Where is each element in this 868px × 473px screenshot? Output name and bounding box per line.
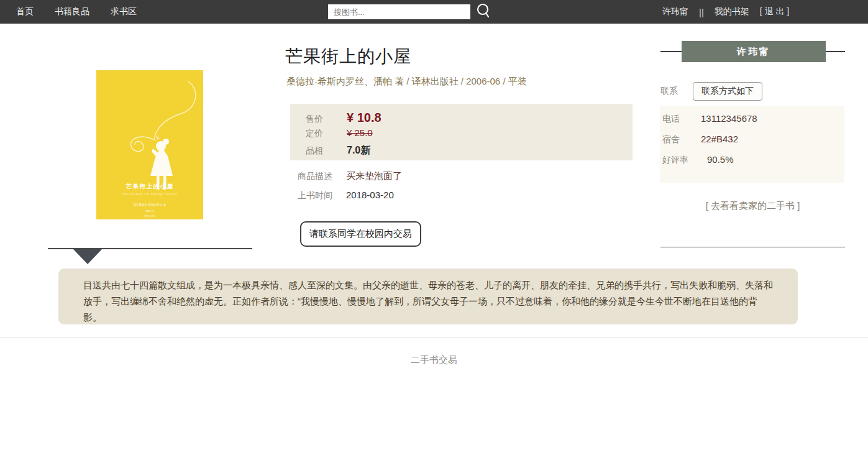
dorm-label: 宿舍	[662, 134, 701, 145]
condition-row: 品相 7.0新	[306, 144, 617, 161]
condition-value: 7.0新	[347, 144, 370, 157]
page-title: 芒果街上的小屋	[285, 45, 411, 68]
description-row: 商品描述 买来垫泡面了	[298, 170, 402, 182]
cover-publisher-line: 译林出版社	[144, 214, 157, 218]
nav-divider: ||	[699, 7, 704, 17]
nav-item-quality-books[interactable]: 书籍良品	[55, 6, 89, 17]
trade-on-campus-button[interactable]: 请联系同学在校园内交易	[300, 221, 421, 247]
phone-label: 电话	[662, 114, 701, 125]
rating-value: 90.5%	[701, 154, 734, 165]
pointer-triangle-icon	[73, 249, 102, 264]
contact-info-button[interactable]: 联系方式如下	[693, 82, 762, 101]
search-input[interactable]	[328, 4, 470, 19]
seller-name-banner: 许玮甯	[682, 41, 826, 62]
footer-divider	[0, 338, 868, 338]
dorm-row: 宿舍 22#B432	[660, 134, 844, 154]
footer-site-name: 二手书交易	[0, 354, 868, 366]
price-row: 售价 ¥ 10.8	[306, 111, 617, 127]
nav-item-home[interactable]: 首页	[16, 6, 34, 17]
nav-item-book-requests[interactable]: 求书区	[111, 6, 137, 17]
cover-background	[96, 70, 203, 219]
list-price-label: 定价	[306, 128, 347, 139]
seller-books-link[interactable]: [ 去看看卖家的二手书 ]	[660, 200, 845, 212]
contact-row: 联系 联系方式如下	[660, 82, 762, 101]
search-box	[328, 4, 470, 19]
price-value: ¥ 10.8	[347, 111, 381, 125]
contact-label: 联系	[660, 86, 678, 97]
top-navbar: 首页 书籍良品 求书区 许玮甯 || 我的书架 [ 退 出 ]	[0, 0, 868, 24]
condition-label: 品相	[306, 145, 347, 157]
nav-item-my-bookshelf[interactable]: 我的书架	[715, 6, 749, 17]
list-price-value: ¥ 25.0	[347, 127, 373, 138]
description-label: 商品描述	[298, 171, 346, 182]
nav-user-area: 许玮甯 || 我的书架 [ 退 出 ]	[662, 0, 789, 24]
nav-username[interactable]: 许玮甯	[662, 6, 688, 17]
description-value: 买来垫泡面了	[346, 170, 402, 182]
cover-subtitle: The House on Mango Street	[122, 192, 178, 196]
nav-links: 首页 书籍良品 求书区	[16, 0, 137, 24]
list-price-row: 定价 ¥ 25.0	[306, 127, 617, 144]
cover-translator-line: 潘帕 译	[145, 209, 155, 213]
page: 首页 书籍良品 求书区 许玮甯 || 我的书架 [ 退 出 ]	[0, 0, 868, 473]
phone-value: 13112345678	[701, 113, 757, 124]
seller-bottom-line	[660, 247, 845, 247]
price-panel: 售价 ¥ 10.8 定价 ¥ 25.0 品相 7.0新	[290, 104, 633, 160]
cover-title: 芒果街上的小屋	[126, 183, 174, 190]
phone-row: 电话 13112345678	[660, 113, 844, 134]
price-label: 售价	[306, 114, 347, 125]
dorm-value: 22#B432	[701, 134, 738, 144]
book-meta: 桑德拉·希斯内罗丝、潘帕 著 / 译林出版社 / 2006-06 / 平装	[286, 76, 527, 88]
search-icon[interactable]	[475, 2, 491, 20]
rating-label: 好评率	[662, 155, 701, 166]
book-cover-image: 芒果街上的小屋 The House on Mango Street [美] 桑德…	[96, 70, 203, 219]
listing-time-label: 上书时间	[298, 190, 346, 201]
rating-row: 好评率 90.5%	[660, 154, 844, 175]
seller-info-panel: 电话 13112345678 宿舍 22#B432 好评率 90.5%	[660, 106, 844, 183]
listing-time-value: 2018-03-20	[346, 190, 394, 200]
book-summary: 目送共由七十四篇散文组成，是为一本极具亲情、感人至深的文集。由父亲的逝世、母亲的…	[58, 269, 798, 324]
logout-button[interactable]: [ 退 出 ]	[760, 6, 789, 17]
listing-time-row: 上书时间 2018-03-20	[298, 190, 394, 201]
